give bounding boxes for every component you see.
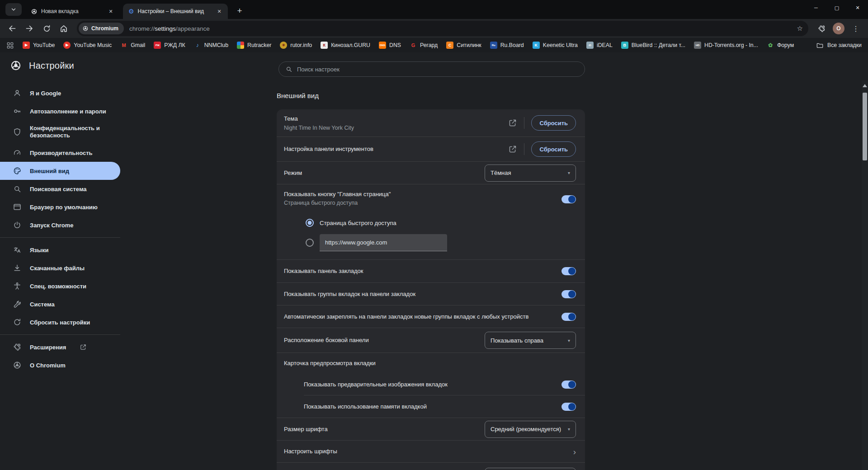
palette-icon xyxy=(13,166,22,175)
reload-button[interactable] xyxy=(39,21,54,36)
sidebar-item-default-browser[interactable]: Браузер по умолчанию xyxy=(0,198,120,216)
settings-search[interactable] xyxy=(278,61,585,77)
bookmark-favicon-icon: РЖ xyxy=(154,42,161,49)
hover-memory-toggle[interactable] xyxy=(561,403,576,411)
customize-fonts-row[interactable]: Настроить шрифты › xyxy=(277,441,585,462)
forward-button[interactable] xyxy=(22,21,37,36)
bookmark-item[interactable]: HDHD-Torrents.org - In... xyxy=(694,42,758,49)
theme-row[interactable]: Тема Night Time In New York City Сбросит… xyxy=(277,109,585,136)
sidebar-item-languages[interactable]: Языки xyxy=(0,241,120,259)
side-panel-select[interactable]: Показывать справа ▾ xyxy=(485,332,576,349)
bookmark-item[interactable]: Rutracker xyxy=(237,42,271,49)
radio-unselected-icon[interactable] xyxy=(306,239,314,247)
download-icon xyxy=(13,263,22,273)
theme-reset-button[interactable]: Сбросить xyxy=(531,115,576,131)
bookmark-item[interactable]: ♪NNMClub xyxy=(194,42,228,49)
tab-search-button[interactable] xyxy=(5,3,22,16)
sidebar-item-appearance[interactable]: Внешний вид xyxy=(0,162,120,180)
bookmark-star-icon[interactable]: ☆ xyxy=(797,24,803,33)
bookmark-favicon-icon: ✿ xyxy=(767,42,774,49)
mode-row: Режим Тёмная ▾ xyxy=(277,162,585,184)
show-bookmarks-toggle[interactable] xyxy=(561,267,576,275)
font-size-row: Размер шрифта Средний (рекомендуется) ▾ xyxy=(277,418,585,440)
translate-icon xyxy=(13,245,22,254)
sidebar-item-reset[interactable]: Сбросить настройки xyxy=(0,313,120,331)
bookmark-item[interactable]: ▶YouTube Music xyxy=(63,42,112,49)
sidebar-item-privacy[interactable]: Конфиденциальность и безопасность xyxy=(0,120,120,144)
back-button[interactable] xyxy=(5,21,20,36)
site-chip[interactable]: Chromium xyxy=(79,23,124,34)
dropdown-arrow-icon: ▾ xyxy=(568,338,570,343)
extensions-button[interactable] xyxy=(814,21,829,36)
bookmark-item[interactable]: MGmail xyxy=(120,42,145,49)
tab-settings[interactable]: ⚙ Настройки – Внешний вид ✕ xyxy=(123,4,228,19)
sidebar-item-system[interactable]: Система xyxy=(0,295,120,313)
font-size-select[interactable]: Средний (рекомендуется) ▾ xyxy=(485,421,576,438)
toolbar-customization-label: Настройка панели инструментов xyxy=(284,145,373,153)
minimize-button[interactable]: ─ xyxy=(806,0,826,15)
home-button[interactable] xyxy=(56,21,71,36)
sidebar-item-performance[interactable]: Производительность xyxy=(0,144,120,162)
back-arrow-icon xyxy=(8,24,17,33)
sidebar-item-about[interactable]: О Chromium xyxy=(0,356,120,374)
tab-close-icon[interactable]: ✕ xyxy=(107,7,115,15)
page-scrollbar[interactable] xyxy=(862,80,868,470)
toolbar-reset-button[interactable]: Сбросить xyxy=(531,141,576,157)
bookmark-item[interactable]: iDiDEAL xyxy=(586,42,613,49)
bookmark-item[interactable]: ▶YouTube xyxy=(23,42,55,49)
bookmark-item[interactable]: KKeenetic Ultra xyxy=(533,42,578,49)
sidebar-item-you-and-google[interactable]: Я и Google xyxy=(0,84,120,102)
sidebar-divider xyxy=(0,237,120,238)
radio-selected-icon[interactable] xyxy=(306,219,314,227)
custom-homepage-input[interactable] xyxy=(320,234,447,251)
sidebar-item-search-engine[interactable]: Поисковая система xyxy=(0,180,120,198)
maximize-button[interactable]: ▢ xyxy=(826,0,847,15)
bookmark-item[interactable]: ✿Форум xyxy=(767,42,794,49)
tab-new-tab[interactable]: Новая вкладка ✕ xyxy=(25,4,119,19)
section-title: Внешний вид xyxy=(277,92,319,99)
search-icon xyxy=(13,184,22,193)
all-bookmarks-button[interactable]: Все закладки xyxy=(816,42,862,49)
new-tab-button[interactable]: + xyxy=(233,5,246,17)
search-icon xyxy=(285,66,292,73)
quick-access-option[interactable]: Страница быстрого доступа xyxy=(306,214,576,232)
auto-pin-toggle[interactable] xyxy=(561,313,576,321)
profile-avatar[interactable]: O xyxy=(833,23,844,34)
person-icon xyxy=(13,89,22,98)
bookmark-item[interactable]: ККинозал.GURU xyxy=(321,42,370,49)
bookmark-item[interactable]: GРегард xyxy=(410,42,438,49)
home-icon xyxy=(59,24,68,33)
address-bar[interactable]: Chromium chrome://settings/appearance ☆ xyxy=(77,21,808,36)
scroll-up-icon[interactable] xyxy=(863,84,867,87)
toolbar-customization-row[interactable]: Настройка панели инструментов Сбросить xyxy=(277,137,585,161)
tab-groups-toggle[interactable] xyxy=(561,290,576,298)
bookmark-item[interactable]: РЖРЖД ЛК xyxy=(154,42,185,49)
sidebar-item-accessibility[interactable]: Спец. возможности xyxy=(0,277,120,295)
sidebar-item-downloads[interactable]: Скачанные файлы xyxy=(0,259,120,277)
mode-select[interactable]: Тёмная ▾ xyxy=(485,164,576,182)
bookmark-item[interactable]: ССитилинк xyxy=(446,42,481,49)
sidebar-item-startup[interactable]: Запуск Chrome xyxy=(0,216,120,234)
reload-icon xyxy=(42,24,51,33)
home-button-toggle[interactable] xyxy=(561,195,576,203)
hover-preview-toggle[interactable] xyxy=(561,381,576,389)
chromium-favicon-icon xyxy=(82,25,89,32)
bookmark-item[interactable]: BBlueBird :: Детали т... xyxy=(621,42,685,49)
custom-url-option[interactable] xyxy=(306,234,576,251)
tab-close-icon[interactable]: ✕ xyxy=(215,7,223,15)
external-link-icon[interactable] xyxy=(508,145,517,154)
apps-grid-icon[interactable] xyxy=(6,42,14,49)
page-zoom-select[interactable]: 100% ▾ xyxy=(485,468,576,470)
scrollbar-thumb[interactable] xyxy=(863,93,867,160)
sidebar-item-extensions[interactable]: Расширения xyxy=(0,338,120,356)
external-link-icon[interactable] xyxy=(508,118,517,127)
search-input[interactable] xyxy=(297,66,578,73)
sidebar-item-autofill[interactable]: Автозаполнение и пароли xyxy=(0,102,120,120)
divider xyxy=(524,143,524,155)
browser-menu-button[interactable]: ⋮ xyxy=(848,21,863,36)
bookmark-item[interactable]: DNSDNS xyxy=(379,42,401,49)
bookmark-item[interactable]: ✶rutor.info xyxy=(280,42,312,49)
tab-strip: Новая вкладка ✕ ⚙ Настройки – Внешний ви… xyxy=(0,0,868,19)
bookmark-item[interactable]: RuRu.Board xyxy=(490,42,524,49)
close-button[interactable]: ✕ xyxy=(847,0,868,15)
